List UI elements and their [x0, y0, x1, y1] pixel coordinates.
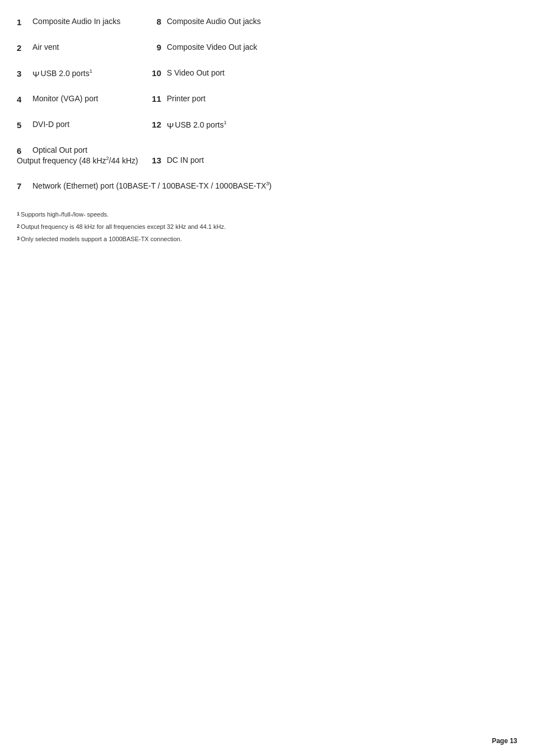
item-row-6: 6 Optical Out port Output frequency (48 …	[17, 145, 506, 165]
item-row-4: 4 Monitor (VGA) port 11 Printer port	[17, 94, 506, 104]
left-col-1: 1 Composite Audio In jacks	[17, 17, 144, 27]
item-label-6-line1: Optical Out port	[32, 145, 87, 154]
item-label-5: DVI-D port	[32, 120, 144, 129]
item-number-right-3: 10	[144, 68, 167, 78]
usb-icon-3: Ψ	[32, 69, 40, 79]
item-number-4: 4	[17, 94, 32, 104]
left-col-5: 5 DVI-D port	[17, 120, 144, 130]
sup-3: 1	[90, 68, 92, 74]
item-label-7: Network (Ethernet) port (10BASE-T / 100B…	[32, 181, 271, 190]
item-number-3: 3	[17, 68, 32, 78]
sup-12: 1	[224, 120, 227, 125]
item-number-7: 7	[17, 181, 32, 191]
footnote-num-1: 1	[17, 211, 20, 217]
left-col-6: 6 Optical Out port Output frequency (48 …	[17, 145, 144, 165]
footnote-2: 2 Output frequency is 48 kHz for all fre…	[17, 223, 506, 230]
right-col-1: 8 Composite Audio Out jacks	[144, 17, 261, 26]
right-col-6: 13 DC IN port	[144, 156, 204, 165]
item-label-2: Air vent	[32, 43, 144, 51]
item-label-right-1: Composite Audio Out jacks	[167, 17, 261, 26]
item-number-right-5: 12	[144, 120, 167, 129]
item-label-6-line2: Output frequency (48 kHz2/44 kHz)	[17, 156, 138, 165]
page-content: 1 Composite Audio In jacks 8 Composite A…	[0, 0, 534, 281]
footnote-section: 1 Supports high-/full-/low- speeds. 2 Ou…	[17, 206, 506, 242]
item-number-right-6: 13	[144, 156, 167, 165]
usb-icon-12: Ψ	[167, 121, 174, 130]
row6-bottom: Output frequency (48 kHz2/44 kHz)	[17, 156, 138, 165]
right-col-2: 9 Composite Video Out jack	[144, 43, 257, 52]
left-col-4: 4 Monitor (VGA) port	[17, 94, 144, 104]
item-row-2: 2 Air vent 9 Composite Video Out jack	[17, 43, 506, 53]
item-row-7: 7 Network (Ethernet) port (10BASE-T / 10…	[17, 181, 506, 191]
right-col-5: 12 ΨUSB 2.0 ports1	[144, 120, 227, 129]
item-number-right-2: 9	[144, 43, 167, 52]
item-number-1: 1	[17, 17, 32, 27]
page-number: Page 13	[492, 737, 517, 745]
item-number-5: 5	[17, 120, 32, 130]
item-row-1: 1 Composite Audio In jacks 8 Composite A…	[17, 17, 506, 27]
item-label-right-3: S Video Out port	[167, 68, 224, 77]
footnote-num-3: 3	[17, 236, 20, 241]
item-label-right-2: Composite Video Out jack	[167, 43, 257, 51]
item-label-right-5: ΨUSB 2.0 ports1	[167, 120, 227, 129]
item-label-right-4: Printer port	[167, 94, 205, 103]
item-number-2: 2	[17, 43, 32, 53]
row6-top: 6 Optical Out port	[17, 145, 87, 156]
footnote-3: 3 Only selected models support a 1000BAS…	[17, 236, 506, 242]
item-number-right-4: 11	[144, 94, 167, 104]
footnote-text-2: Output frequency is 48 kHz for all frequ…	[21, 223, 226, 230]
item-row-5: 5 DVI-D port 12 ΨUSB 2.0 ports1	[17, 120, 506, 130]
left-col-2: 2 Air vent	[17, 43, 144, 53]
item-label-1: Composite Audio In jacks	[32, 17, 144, 26]
item-number-6: 6	[17, 145, 32, 156]
footnote-text-3: Only selected models support a 1000BASE-…	[21, 236, 182, 242]
item-row-3: 3 ΨUSB 2.0 ports1 10 S Video Out port	[17, 68, 506, 78]
item-number-right-1: 8	[144, 17, 167, 26]
right-col-3: 10 S Video Out port	[144, 68, 224, 78]
item-label-right-6: DC IN port	[167, 156, 204, 165]
footnote-text-1: Supports high-/full-/low- speeds.	[21, 211, 109, 218]
left-col-3: 3 ΨUSB 2.0 ports1	[17, 68, 144, 78]
item-label-4: Monitor (VGA) port	[32, 94, 144, 103]
footnote-1: 1 Supports high-/full-/low- speeds.	[17, 211, 506, 218]
footnote-num-2: 2	[17, 223, 20, 229]
right-col-4: 11 Printer port	[144, 94, 205, 104]
item-label-3: ΨUSB 2.0 ports1	[32, 68, 144, 78]
